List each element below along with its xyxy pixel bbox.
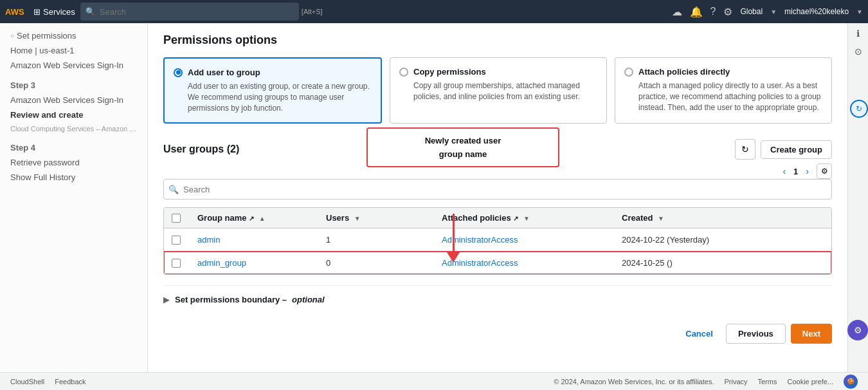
cookie-link[interactable]: Cookie prefe... [787, 378, 833, 385]
gear-icon[interactable]: ⚙ [723, 6, 732, 18]
page-next-button[interactable]: › [803, 165, 811, 178]
cookie-circle-icon: 🍪 [844, 375, 858, 389]
perm-card-1-header: Add user to group [174, 68, 372, 77]
terms-link[interactable]: Terms [758, 378, 777, 385]
sidebar-label-0: Set permissions [17, 31, 76, 41]
main-content: Permissions options Add user to group Ad… [148, 23, 847, 372]
col-created-header[interactable]: Created ▼ [614, 208, 831, 228]
permissions-boundary-section[interactable]: ▶ Set permissions boundary – optional [163, 285, 832, 313]
policies-sort-icon[interactable]: ▼ [523, 215, 530, 222]
cancel-button[interactable]: Cancel [678, 324, 721, 344]
col-groupname-header[interactable]: Group name ↗ ▲ [190, 208, 318, 228]
page-prev-button[interactable]: ‹ [780, 165, 788, 178]
search-icon-groups: 🔍 [168, 185, 179, 194]
info-icon[interactable]: ℹ [856, 28, 860, 39]
groups-table: Group name ↗ ▲ Users ▼ Attached policies… [164, 208, 831, 274]
row1-checkbox-cell [164, 228, 190, 252]
sidebar-item-home[interactable]: Home | us-east-1 [0, 43, 147, 58]
main-layout: ○ Set permissions Home | us-east-1 Amazo… [0, 23, 868, 372]
next-button[interactable]: Next [791, 324, 832, 344]
footer-right: © 2024, Amazon Web Services, Inc. or its… [554, 375, 858, 389]
sidebar: ○ Set permissions Home | us-east-1 Amazo… [0, 23, 148, 372]
search-container-groups: 🔍 [163, 179, 832, 200]
previous-button[interactable]: Previous [726, 324, 786, 344]
cloud-icon[interactable]: ☁ [672, 6, 682, 18]
perm-card-1-title: Add user to group [188, 68, 260, 77]
perm-card-2-title: Copy permissions [413, 67, 486, 77]
set-permissions-optional: optional [292, 295, 325, 304]
perm-card-2-desc: Copy all group memberships, attached man… [399, 80, 597, 102]
sidebar-step3: Step 3 [0, 78, 147, 93]
gear-purple-icon: ⚙ [854, 325, 862, 335]
permissions-cards: Add user to group Add user to an existin… [163, 57, 832, 124]
col-users-header[interactable]: Users ▼ [318, 208, 434, 228]
arrow-line [453, 214, 455, 252]
annotation-arrow [447, 214, 460, 263]
help-icon[interactable]: ? [710, 6, 716, 17]
radio-copy [399, 68, 408, 77]
sidebar-item-cloud[interactable]: Cloud Computing Services – Amazon Web Se… [0, 122, 147, 135]
row2-checkbox[interactable] [172, 259, 181, 268]
table-row: admin 1 AdministratorAccess 2024-10-22 (… [164, 228, 831, 252]
top-navigation: AWS ⊞ Services 🔍 [Alt+S] ☁ 🔔 ? ⚙ Global … [0, 0, 868, 23]
perm-card-add-to-group[interactable]: Add user to group Add user to an existin… [163, 57, 382, 124]
aws-logo[interactable]: AWS [5, 5, 28, 19]
row2-policies[interactable]: AdministratorAccess [434, 252, 614, 275]
create-group-button[interactable]: Create group [761, 140, 832, 159]
services-menu[interactable]: ⊞ Services [33, 7, 75, 17]
cookie-icon: 🍪 [847, 378, 854, 385]
sidebar-icon-0: ○ [10, 32, 14, 39]
groupname-sort-icon[interactable]: ▲ [259, 215, 266, 222]
username-chevron-icon: ▼ [856, 8, 863, 15]
table-settings-button[interactable]: ⚙ [817, 163, 832, 179]
sidebar-item-signin2[interactable]: Amazon Web Services Sign-In [0, 93, 147, 107]
perm-card-2-header: Copy permissions [399, 67, 597, 77]
refresh-button[interactable]: ↻ [735, 139, 755, 160]
row1-groupname[interactable]: admin [190, 228, 318, 252]
sidebar-item-retrieve[interactable]: Retrieve password [0, 155, 147, 170]
created-col-label: Created [622, 213, 653, 223]
sidebar-item-history[interactable]: Show Full History [0, 170, 147, 185]
svg-text:AWS: AWS [5, 7, 24, 17]
perm-card-attach[interactable]: Attach policies directly Attach a manage… [615, 57, 832, 124]
created-sort-icon[interactable]: ▼ [658, 215, 664, 222]
col-policies-header[interactable]: Attached policies ↗ ▼ [434, 208, 614, 228]
history-icon[interactable]: ⊙ [854, 46, 862, 57]
sidebar-item-signin1[interactable]: Amazon Web Services Sign-In [0, 58, 147, 73]
users-sort-icon[interactable]: ▼ [354, 215, 361, 222]
side-gear-purple-icon[interactable]: ⚙ [847, 320, 868, 340]
arrow-head [447, 252, 460, 263]
row2-created: 2024-10-25 () [614, 252, 831, 275]
global-chevron-icon: ▼ [770, 8, 777, 15]
radio-add-to-group [174, 68, 183, 77]
user-groups-table: Group name ↗ ▲ Users ▼ Attached policies… [163, 207, 832, 275]
privacy-link[interactable]: Privacy [724, 378, 747, 385]
username-label[interactable]: Global [740, 7, 763, 16]
perm-card-1-desc: Add user to an existing group, or create… [174, 81, 372, 113]
set-permissions-label: Set permissions boundary – [175, 295, 287, 304]
copyright-text: © 2024, Amazon Web Services, Inc. or its… [554, 378, 714, 385]
row2-groupname[interactable]: admin_group [190, 252, 318, 275]
annotation-text: Newly created usergroup name [425, 136, 502, 159]
radio-attach [624, 68, 633, 77]
row2-users: 0 [318, 252, 434, 275]
bell-icon[interactable]: 🔔 [690, 6, 703, 18]
side-sync-icon[interactable]: ↻ [850, 100, 868, 118]
username-display[interactable]: michael%20keleko [784, 7, 849, 16]
row1-checkbox[interactable] [172, 236, 181, 245]
search-input[interactable] [80, 3, 299, 21]
perm-card-copy[interactable]: Copy permissions Copy all group membersh… [390, 57, 607, 124]
feedback-link[interactable]: Feedback [55, 378, 86, 385]
cloudshell-link[interactable]: CloudShell [10, 378, 44, 385]
action-buttons: Cancel Previous Next [163, 324, 832, 349]
row1-policies[interactable]: AdministratorAccess [434, 228, 614, 252]
user-groups-title: User groups (2) [163, 144, 239, 155]
sidebar-item-0: ○ Set permissions [0, 28, 147, 43]
select-all-checkbox[interactable] [172, 214, 181, 223]
nav-right: ☁ 🔔 ? ⚙ Global ▼ michael%20keleko ▼ [672, 6, 863, 18]
sidebar-item-review[interactable]: Review and create [0, 107, 147, 122]
perm-card-3-title: Attach policies directly [638, 67, 730, 77]
annotation-box: Newly created usergroup name [366, 127, 559, 167]
search-groups-input[interactable] [163, 179, 832, 200]
groupname-external-icon: ↗ [249, 215, 254, 222]
